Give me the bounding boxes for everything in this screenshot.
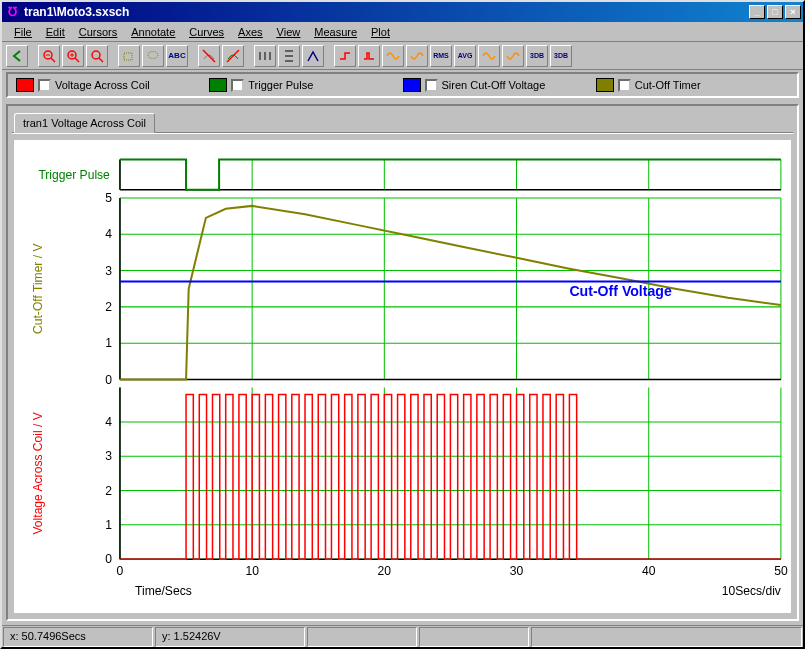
minimize-button[interactable]: _	[749, 5, 765, 19]
rms-button[interactable]: RMS	[430, 45, 452, 67]
legend-checkbox[interactable]	[425, 79, 438, 92]
3db-alt-button[interactable]: 3DB	[550, 45, 572, 67]
sine-alt-button[interactable]	[406, 45, 428, 67]
svg-text:1: 1	[105, 336, 112, 350]
app-icon: ℧	[4, 4, 20, 20]
menubar: File Edit Cursors Annotate Curves Axes V…	[2, 22, 803, 42]
legend-swatch	[209, 78, 227, 92]
svg-text:0: 0	[105, 552, 112, 566]
step-up-button[interactable]	[334, 45, 356, 67]
status-cell-3	[307, 627, 417, 647]
svg-text:40: 40	[642, 564, 656, 578]
legend-item-siren[interactable]: Siren Cut-Off Voltage	[403, 78, 596, 92]
legend-checkbox[interactable]	[231, 79, 244, 92]
svg-line-4	[75, 58, 79, 62]
plot-svg[interactable]: Trigger Pulse012345Cut-Off Timer / VCut-…	[14, 140, 791, 613]
svg-point-7	[92, 51, 100, 59]
redo-curve-button[interactable]	[222, 45, 244, 67]
ruler-h-button[interactable]	[254, 45, 276, 67]
svg-text:20: 20	[378, 564, 392, 578]
titlebar[interactable]: ℧ tran1\Moto3.sxsch _ □ ×	[2, 2, 803, 22]
window-controls: _ □ ×	[749, 5, 801, 19]
plot-container[interactable]: Trigger Pulse012345Cut-Off Timer / VCut-…	[14, 140, 791, 613]
svg-line-1	[51, 58, 55, 62]
back-button[interactable]	[6, 45, 28, 67]
svg-text:3: 3	[105, 449, 112, 463]
caliper-button[interactable]	[302, 45, 324, 67]
zoom-out-button[interactable]	[38, 45, 60, 67]
status-y: y: 1.52426V	[155, 627, 305, 647]
menu-plot[interactable]: Plot	[365, 24, 396, 40]
select-rect-button[interactable]	[118, 45, 140, 67]
chart-tab[interactable]: tran1 Voltage Across Coil	[14, 113, 155, 133]
ruler-v-button[interactable]	[278, 45, 300, 67]
sine2-button[interactable]	[478, 45, 500, 67]
sine-button[interactable]	[382, 45, 404, 67]
svg-text:Trigger Pulse: Trigger Pulse	[38, 168, 110, 182]
menu-file[interactable]: File	[8, 24, 38, 40]
svg-text:50: 50	[774, 564, 788, 578]
svg-line-12	[227, 50, 239, 62]
menu-cursors[interactable]: Cursors	[73, 24, 124, 40]
svg-text:Time/Secs: Time/Secs	[135, 584, 192, 598]
menu-axes[interactable]: Axes	[232, 24, 268, 40]
3db-button[interactable]: 3DB	[526, 45, 548, 67]
svg-text:0: 0	[105, 373, 112, 387]
glitch-button[interactable]	[358, 45, 380, 67]
legend-checkbox[interactable]	[38, 79, 51, 92]
svg-text:10: 10	[245, 564, 259, 578]
text-tool-button[interactable]: ABC	[166, 45, 188, 67]
legend-label: Cut-Off Timer	[635, 79, 701, 91]
menu-measure[interactable]: Measure	[308, 24, 363, 40]
svg-text:4: 4	[105, 227, 112, 241]
svg-text:3: 3	[105, 264, 112, 278]
legend-swatch	[16, 78, 34, 92]
svg-text:30: 30	[510, 564, 524, 578]
svg-text:2: 2	[105, 300, 112, 314]
zoom-fit-button[interactable]	[86, 45, 108, 67]
select-lasso-button[interactable]	[142, 45, 164, 67]
statusbar: x: 50.7496Secs y: 1.52426V	[2, 625, 803, 647]
close-button[interactable]: ×	[785, 5, 801, 19]
svg-point-10	[148, 51, 158, 58]
legend-label: Siren Cut-Off Voltage	[442, 79, 546, 91]
svg-line-11	[203, 50, 215, 62]
legend-item-voltage-coil[interactable]: Voltage Across Coil	[16, 78, 209, 92]
app-window: ℧ tran1\Moto3.sxsch _ □ × File Edit Curs…	[0, 0, 805, 649]
svg-text:Cut-Off Voltage: Cut-Off Voltage	[569, 283, 672, 299]
sine3-button[interactable]	[502, 45, 524, 67]
window-title: tran1\Moto3.sxsch	[24, 5, 749, 19]
legend-item-cutoff-timer[interactable]: Cut-Off Timer	[596, 78, 789, 92]
chart-area: tran1 Voltage Across Coil Trigger Pulse0…	[6, 104, 799, 621]
legend-label: Trigger Pulse	[248, 79, 313, 91]
svg-line-8	[99, 58, 103, 62]
menu-edit[interactable]: Edit	[40, 24, 71, 40]
tab-strip: tran1 Voltage Across Coil	[8, 106, 797, 132]
avg-button[interactable]: AVG	[454, 45, 476, 67]
maximize-button[interactable]: □	[767, 5, 783, 19]
zoom-in-button[interactable]	[62, 45, 84, 67]
svg-text:1: 1	[105, 518, 112, 532]
menu-view[interactable]: View	[271, 24, 307, 40]
legend-item-trigger[interactable]: Trigger Pulse	[209, 78, 402, 92]
svg-text:0: 0	[117, 564, 124, 578]
status-cell-5	[531, 627, 802, 647]
legend-swatch	[596, 78, 614, 92]
legend-label: Voltage Across Coil	[55, 79, 150, 91]
status-cell-4	[419, 627, 529, 647]
toolbar: ABC RMS AVG 3DB 3DB	[2, 42, 803, 70]
svg-rect-9	[124, 53, 132, 60]
legend-bar: Voltage Across Coil Trigger Pulse Siren …	[6, 72, 799, 98]
menu-annotate[interactable]: Annotate	[125, 24, 181, 40]
svg-text:Cut-Off Timer / V: Cut-Off Timer / V	[31, 243, 45, 334]
legend-swatch	[403, 78, 421, 92]
menu-curves[interactable]: Curves	[183, 24, 230, 40]
legend-checkbox[interactable]	[618, 79, 631, 92]
svg-text:Voltage Across Coil / V: Voltage Across Coil / V	[31, 411, 45, 534]
undo-curve-button[interactable]	[198, 45, 220, 67]
svg-text:4: 4	[105, 415, 112, 429]
svg-text:2: 2	[105, 484, 112, 498]
svg-text:10Secs/div: 10Secs/div	[722, 584, 781, 598]
status-x: x: 50.7496Secs	[3, 627, 153, 647]
svg-text:5: 5	[105, 191, 112, 205]
